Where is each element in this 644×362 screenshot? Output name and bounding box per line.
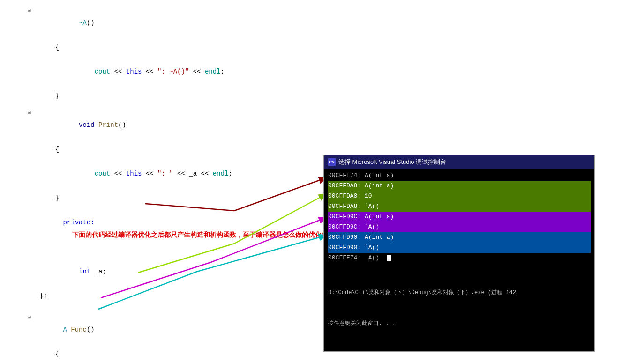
destructor-close-brace: } [9, 90, 644, 102]
console-line-5: 00CFFD9C: A(int a) [328, 212, 591, 222]
console-line-3: 00CFFDA8: 10 [328, 191, 591, 201]
destructor-open-brace: { [9, 41, 644, 53]
console-line-2: 00CFFDA8: A(int a) [328, 181, 591, 191]
console-footer-1: D:\Code\C++\类和对象（下）\Debug\类和对象（下）.exe (进… [328, 288, 591, 298]
console-footer: D:\Code\C++\类和对象（下）\Debug\类和对象（下）.exe (进… [324, 265, 594, 351]
print-collapse: ⊟ void Print() [9, 107, 644, 143]
console-line-4: 00CFFDA8: `A() [328, 201, 591, 212]
console-window: cs 选择 Microsoft Visual Studio 调试控制台 00CF… [323, 155, 595, 352]
console-footer-2: 按任意键关闭此窗口. . . [328, 318, 591, 329]
console-line-1: 00CFFE74: A(int a) [328, 170, 591, 181]
destructor-collapse: ⊟ ~A() [9, 5, 644, 41]
console-titlebar: cs 选择 Microsoft Visual Studio 调试控制台 [324, 155, 594, 169]
console-title: 选择 Microsoft Visual Studio 调试控制台 [338, 157, 446, 167]
console-line-7: 00CFFD90: A(int a) [328, 232, 591, 243]
console-line-9: 00CFFE74: A() [328, 253, 591, 263]
destructor-cout-line: cout << this << ": ~A()" << endl; [9, 53, 644, 90]
console-body: 00CFFE74: A(int a) 00CFFDA8: A(int a) 00… [324, 169, 594, 265]
console-icon: cs [328, 158, 336, 166]
console-line-6: 00CFFD9C: `A() [328, 222, 591, 232]
print-open-brace: { [9, 143, 644, 155]
console-line-8: 00CFFD90: `A() [328, 243, 591, 253]
func-return-line: return A(20); [9, 360, 644, 362]
